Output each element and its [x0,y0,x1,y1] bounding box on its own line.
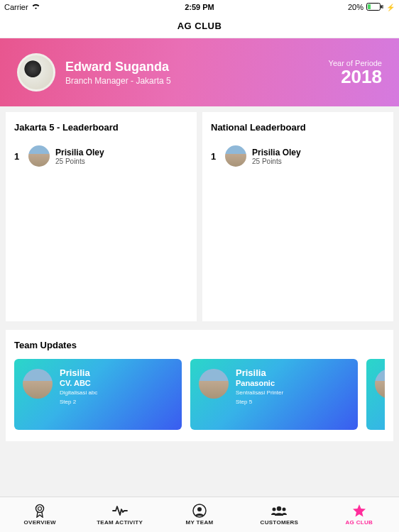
wifi-icon [31,3,40,11]
tab-ag-club[interactable]: AG CLUB [319,497,399,532]
leaderboard-entry[interactable]: 1 Prisilia Oley 25 Points [211,145,385,167]
update-name: Prisilia [236,367,283,378]
battery-icon [366,3,383,12]
update-company: CV. ABC [60,379,97,387]
svg-rect-1 [368,4,371,9]
people-icon [270,504,288,518]
svg-point-9 [283,508,286,511]
profile-name: Edward Suganda [65,60,329,74]
update-card[interactable]: Prisilia Panasonic Sentralisasi Printer … [190,359,358,430]
charging-icon: ⚡ [386,4,395,11]
update-card[interactable]: Prisilia CV. ABC Digitalisasi abc Step 2 [14,359,182,430]
local-leaderboard[interactable]: Jakarta 5 - Leaderboard 1 Prisilia Oley … [6,112,197,321]
entry-avatar [28,145,50,167]
time-label: 2:59 PM [185,3,214,11]
team-updates-title: Team Updates [14,340,385,350]
status-bar: Carrier 2:59 PM 20% ⚡ [0,0,399,14]
profile-avatar [17,53,55,92]
update-avatar [375,369,385,399]
tab-overview[interactable]: OVERVIEW [0,497,80,532]
rank-number: 1 [211,151,219,162]
tab-label: MY TEAM [186,519,214,526]
national-leaderboard[interactable]: National Leaderboard 1 Prisilia Oley 25 … [202,112,393,321]
tab-customers[interactable]: CUSTOMERS [239,497,319,532]
svg-point-3 [36,505,44,513]
svg-point-8 [273,508,276,511]
tab-my-team[interactable]: MY TEAM [160,497,239,532]
update-avatar [23,369,53,399]
tab-label: OVERVIEW [24,519,56,526]
person-circle-icon [192,504,207,518]
svg-rect-2 [381,5,383,8]
tab-bar: OVERVIEW TEAM ACTIVITY MY TEAM CUSTOMERS… [0,497,399,532]
entry-name: Prisilia Oley [55,148,104,157]
tab-team-activity[interactable]: TEAM ACTIVITY [80,497,159,532]
update-company: Panasonic [236,379,283,387]
update-avatar [199,369,229,399]
team-updates-section: Team Updates Prisilia CV. ABC Digitalisa… [6,330,393,441]
leaderboard-title: National Leaderboard [211,122,385,133]
team-updates-row[interactable]: Prisilia CV. ABC Digitalisasi abc Step 2… [14,359,385,430]
battery-label: 20% [348,3,364,11]
profile-role: Branch Manager - Jakarta 5 [65,76,329,86]
leaderboard-entry[interactable]: 1 Prisilia Oley 25 Points [14,145,188,167]
update-card[interactable] [366,359,385,430]
star-icon [352,504,366,518]
svg-point-7 [277,506,281,511]
year-value: 2018 [329,67,382,86]
year-label: Year of Periode [329,59,382,67]
update-detail: Sentralisasi Printer [236,389,283,397]
carrier-label: Carrier [4,3,28,11]
activity-icon [112,504,128,518]
entry-name: Prisilia Oley [252,148,301,157]
tab-label: CUSTOMERS [261,519,299,526]
leaderboard-title: Jakarta 5 - Leaderboard [14,122,188,133]
svg-point-6 [197,507,202,511]
entry-points: 25 Points [252,157,301,165]
rank-number: 1 [14,151,23,162]
page-title: AG CLUB [0,14,399,38]
ribbon-icon [33,504,46,518]
entry-points: 25 Points [55,157,104,165]
profile-header: Edward Suganda Branch Manager - Jakarta … [0,38,399,106]
tab-label: TEAM ACTIVITY [97,519,143,526]
svg-point-4 [38,507,42,511]
update-name: Prisilia [60,367,97,378]
entry-avatar [225,145,246,167]
tab-label: AG CLUB [346,519,373,526]
update-step: Step 5 [236,399,283,405]
update-step: Step 2 [60,399,97,405]
update-detail: Digitalisasi abc [60,389,97,397]
leaderboards-row: Jakarta 5 - Leaderboard 1 Prisilia Oley … [0,106,399,327]
